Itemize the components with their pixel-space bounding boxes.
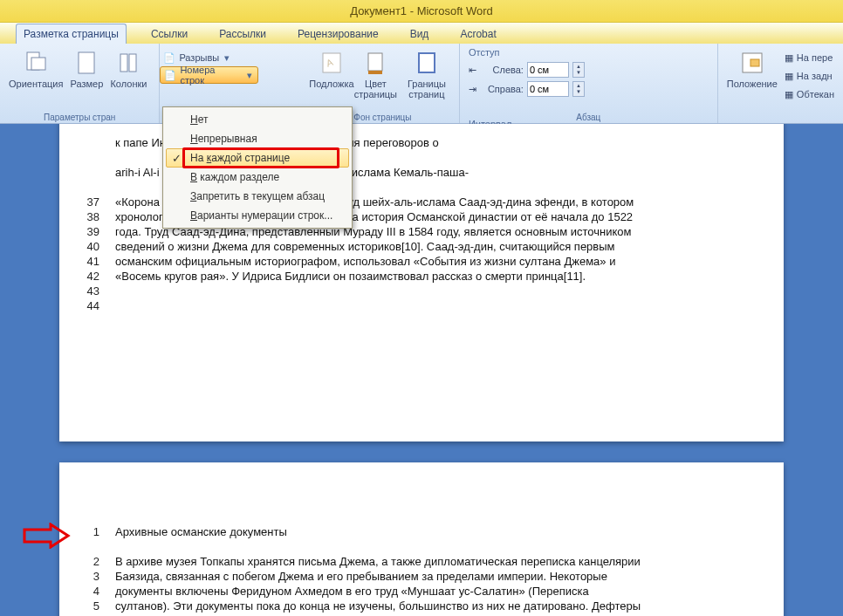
line-number: 44	[80, 299, 115, 312]
tab-review[interactable]: Рецензирование	[291, 24, 386, 44]
indent-right-input[interactable]	[527, 81, 569, 97]
line-text: «Восемь кругов рая». У Идриса Бидлиси он…	[115, 270, 763, 283]
bring-front-icon: ▦	[785, 52, 793, 64]
line-number: 41	[80, 255, 115, 268]
watermark-button[interactable]: A Подложка	[312, 47, 352, 101]
send-back-label: На задн	[797, 71, 833, 81]
red-arrow-annotation	[23, 523, 72, 549]
watermark-icon: A	[318, 49, 346, 77]
indent-left-icon: ⇤	[469, 65, 476, 76]
line-number: 40	[80, 240, 115, 253]
text-line	[80, 540, 763, 553]
paragraph-group-label: Абзац	[460, 113, 717, 122]
text-line: 1Архивные османские документы	[80, 525, 763, 538]
tab-acrobat[interactable]: Acrobat	[453, 24, 503, 44]
line-numbers-button[interactable]: 📄 Номера строк ▾	[160, 66, 257, 84]
chevron-down-icon: ▾	[223, 52, 231, 64]
line-number: 5	[80, 599, 115, 613]
bring-front-label: На пере	[797, 52, 833, 63]
ribbon-tabs: Разметка страницы Ссылки Рассылки Реценз…	[0, 23, 843, 44]
svg-rect-11	[750, 59, 759, 66]
columns-button[interactable]: Колонки	[106, 47, 150, 91]
line-number: 42	[80, 270, 115, 283]
dd-continuous[interactable]: Непрерывная	[166, 129, 349, 148]
line-number: 1	[80, 525, 115, 538]
position-icon	[738, 49, 766, 77]
orientation-button[interactable]: Ориентация	[5, 47, 66, 91]
orientation-icon	[22, 49, 50, 77]
tab-mailings[interactable]: Рассылки	[212, 24, 273, 44]
breaks-button[interactable]: 📄 Разрывы ▾	[160, 49, 257, 66]
ribbon: Ориентация Размер Колонки Параметры стра…	[0, 44, 843, 124]
indent-right-icon: ⇥	[469, 84, 476, 95]
orientation-label: Ориентация	[9, 79, 63, 89]
page-borders-label: Границы страниц	[403, 79, 450, 99]
text-line: 2В архиве музея Топкапы хранятся письма …	[80, 555, 763, 568]
svg-rect-2	[79, 52, 94, 73]
text-line: 43	[80, 284, 763, 298]
text-line: 3Баязида, связанная с побегом Джема и ег…	[80, 570, 763, 583]
page-borders-button[interactable]: Границы страниц	[400, 47, 454, 101]
line-number	[80, 181, 115, 194]
breaks-label: Разрывы	[179, 52, 219, 63]
indent-heading: Отступ	[469, 47, 709, 58]
position-button[interactable]: Положение	[723, 47, 781, 103]
page-color-label: Цвет страницы	[354, 79, 397, 99]
indent-right-spinner[interactable]: ▲▼	[572, 81, 585, 97]
text-wrap-icon: ▦	[785, 89, 793, 100]
line-number: 4	[80, 585, 115, 598]
dd-restart-each-page[interactable]: ✓ На каждой странице	[166, 148, 349, 168]
indent-left-spinner[interactable]: ▲▼	[572, 62, 585, 78]
send-back-button[interactable]: ▦На задн	[781, 67, 838, 85]
svg-rect-3	[120, 54, 127, 72]
columns-label: Колонки	[110, 79, 147, 89]
page-color-button[interactable]: Цвет страницы	[352, 47, 400, 101]
dd-restart-each-section[interactable]: В каждом разделе	[166, 168, 349, 187]
text-line: 42«Восемь кругов рая». У Идриса Бидлиси …	[80, 270, 763, 283]
text-line: 41османским официальным историографом, и…	[80, 255, 763, 268]
line-text: османским официальным историографом, исп…	[115, 255, 763, 268]
dd-suppress-current[interactable]: Запретить в текущем абзац	[166, 187, 349, 206]
line-number: 37	[80, 195, 115, 209]
text-wrap-button[interactable]: ▦Обтекан	[781, 86, 838, 103]
size-button[interactable]: Размер	[66, 47, 106, 91]
tab-page-layout[interactable]: Разметка страницы	[16, 24, 127, 44]
line-text: Баязида, связанная с побегом Джема и его…	[115, 570, 763, 583]
tab-references[interactable]: Ссылки	[144, 24, 195, 44]
bring-front-button[interactable]: ▦На пере	[781, 49, 838, 66]
text-line: 4документы включены Феридуном Ахмедом в …	[80, 585, 763, 598]
line-number: 43	[80, 284, 115, 298]
line-number: 2	[80, 555, 115, 568]
line-text: документы включены Феридуном Ахмедом в е…	[115, 585, 763, 598]
position-label: Положение	[727, 79, 778, 89]
line-number	[80, 166, 115, 179]
line-text	[115, 540, 763, 553]
line-number	[80, 151, 115, 164]
document-area[interactable]: к папе Иннокентию VIII как посол Баязида…	[0, 124, 843, 616]
chevron-down-icon: ▾	[245, 70, 254, 81]
line-text: Архивные османские документы	[115, 525, 763, 538]
text-line: 5султанов). Эти документы пока до конца …	[80, 599, 763, 613]
line-numbers-dropdown: Нет Непрерывная ✓ На каждой странице В к…	[162, 106, 353, 229]
svg-rect-9	[419, 53, 435, 72]
tab-view[interactable]: Вид	[403, 24, 436, 44]
line-number: 39	[80, 225, 115, 238]
page-setup-group-label: Параметры стран	[0, 113, 159, 122]
text-line: 44	[80, 299, 763, 312]
send-back-icon: ▦	[785, 71, 793, 82]
svg-rect-4	[129, 54, 136, 72]
dd-options[interactable]: Варианты нумерации строк...	[166, 206, 349, 225]
line-number	[80, 540, 115, 553]
text-line: 40сведений о жизни Джема для современных…	[80, 240, 763, 253]
svg-rect-1	[31, 58, 45, 70]
svg-rect-7	[368, 53, 382, 71]
line-numbers-icon: 📄	[164, 70, 176, 81]
indent-left-input[interactable]	[527, 62, 569, 78]
line-text: сведений о жизни Джема для современных и…	[115, 240, 763, 253]
check-icon: ✓	[172, 152, 182, 165]
indent-left-label: Слева:	[480, 65, 524, 75]
indent-right-label: Справа:	[480, 84, 524, 94]
dd-none[interactable]: Нет	[166, 110, 349, 129]
line-number: 38	[80, 210, 115, 223]
breaks-icon: 📄	[163, 52, 175, 64]
